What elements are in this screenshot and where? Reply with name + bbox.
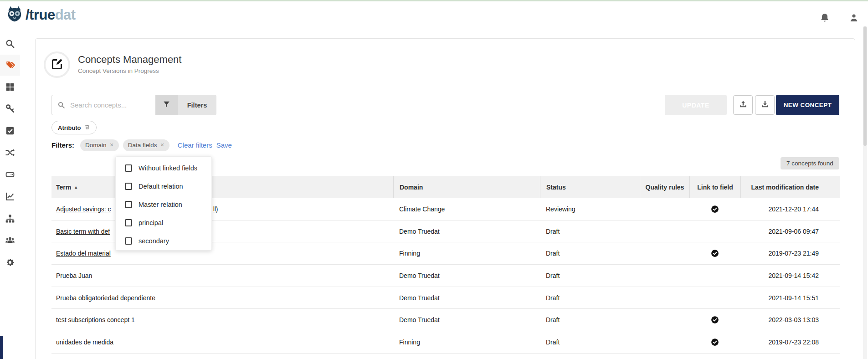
check-square-icon xyxy=(5,126,15,136)
checkbox[interactable] xyxy=(125,183,132,190)
link-to-field-cell xyxy=(689,242,740,264)
dropdown-option-principal[interactable]: principal xyxy=(116,214,211,232)
sidebar-item-gear[interactable] xyxy=(0,252,20,273)
quality-rules-cell xyxy=(640,221,689,242)
sidebar-item-check-square[interactable] xyxy=(0,120,20,141)
search-filter-bar: Filters xyxy=(51,95,216,115)
column-header-status[interactable]: Status xyxy=(540,176,640,198)
checkbox[interactable] xyxy=(125,201,132,208)
tags-icon xyxy=(5,60,15,70)
sidebar-item-grid[interactable] xyxy=(0,77,20,97)
dropdown-option-label: principal xyxy=(139,219,163,226)
template-filter-chip[interactable]: Atributo xyxy=(51,121,97,134)
link-to-field-cell xyxy=(689,265,740,287)
filter-chip-domain[interactable]: Domain ✕ xyxy=(80,139,119,151)
check-circle-icon xyxy=(711,205,719,213)
save-filters-link[interactable]: Save xyxy=(216,141,232,149)
chart-line-icon xyxy=(5,191,15,201)
quality-rules-cell xyxy=(640,331,689,353)
notifications-bell-icon[interactable] xyxy=(819,12,830,23)
sidebar-item-chart[interactable] xyxy=(0,186,20,207)
status-cell: Draft xyxy=(540,287,640,309)
dropdown-option-default-relation[interactable]: Default relation xyxy=(116,177,211,195)
download-button[interactable] xyxy=(755,95,775,115)
column-header-term[interactable]: Term ▲ xyxy=(51,176,393,198)
table-row[interactable]: Prueba obligatoriedad dependienteDemo Tr… xyxy=(51,287,840,309)
user-profile-icon[interactable] xyxy=(848,12,859,23)
clear-filters-link[interactable]: Clear filters xyxy=(178,141,212,149)
trash-icon[interactable] xyxy=(84,123,90,132)
dropdown-option-label: Default relation xyxy=(139,183,183,190)
logo-text-primary: /true xyxy=(26,7,55,23)
status-cell: Draft xyxy=(540,242,640,264)
search-input[interactable] xyxy=(51,95,155,115)
checkbox[interactable] xyxy=(125,237,132,245)
dropdown-option-secondary[interactable]: secondary xyxy=(116,232,211,250)
check-circle-icon xyxy=(711,338,719,346)
gear-icon xyxy=(5,257,15,267)
link-to-field-cell xyxy=(689,309,740,331)
sidebar-item-tags[interactable] xyxy=(0,55,20,76)
column-header-domain[interactable]: Domain xyxy=(393,176,540,198)
table-row[interactable]: test subscriptions concept 1Demo Truedat… xyxy=(51,309,840,331)
last-modification-date-cell: 2022-03-03 13:03 xyxy=(740,309,840,331)
last-modification-date-cell: 2019-07-23 22:08 xyxy=(740,331,840,353)
term-text: Adjusted savings: c xyxy=(56,205,111,213)
sidebar-item-key[interactable] xyxy=(0,98,20,119)
dropdown-option-without-linked-fields[interactable]: Without linked fields xyxy=(116,159,211,177)
table-row[interactable]: unidades de medidaFinningDraft2019-07-23… xyxy=(51,331,840,354)
quality-rules-cell xyxy=(640,265,689,287)
template-filter-chip-label: Atributo xyxy=(58,124,81,131)
term-cell: Adjusted savings: cll) xyxy=(51,198,393,220)
scrollbar-thumb[interactable] xyxy=(863,26,867,146)
term-text: unidades de medida xyxy=(56,338,113,346)
close-x-icon[interactable]: ✕ xyxy=(160,142,164,148)
app: /truedat Concepts Management Concept Ver… xyxy=(0,0,868,359)
last-modification-date-cell: 2019-07-23 21:49 xyxy=(740,242,840,264)
filter-funnel-button[interactable] xyxy=(155,95,178,115)
column-header-quality-rules[interactable]: Quality rules xyxy=(640,176,689,198)
domain-cell: Demo Truedat xyxy=(393,221,540,242)
column-header-link-to-field[interactable]: Link to field xyxy=(689,176,740,198)
topbar: /truedat xyxy=(0,1,868,26)
table-row[interactable]: Prueba JuanDemo TruedatDraft2021-09-14 1… xyxy=(51,265,840,287)
update-button[interactable]: UPDATE xyxy=(665,95,727,115)
filters-button[interactable]: Filters xyxy=(178,95,216,115)
download-tray-icon xyxy=(760,100,770,111)
checkbox[interactable] xyxy=(125,164,132,172)
term-text: Basic term with def xyxy=(56,228,110,235)
status-cell: Draft xyxy=(540,265,640,287)
sidebar-item-shuffle[interactable] xyxy=(0,142,20,163)
edit-pencil-square-icon xyxy=(51,58,63,72)
sidebar-item-users[interactable] xyxy=(0,230,20,251)
status-cell: Reviewing xyxy=(540,198,640,220)
term-cell: Basic term with def xyxy=(51,221,393,242)
shuffle-icon xyxy=(5,148,15,158)
filter-chip-data-fields[interactable]: Data fields ✕ xyxy=(123,139,169,151)
sidebar-item-sitemap[interactable] xyxy=(0,208,20,229)
check-circle-icon xyxy=(711,316,719,324)
term-cell: unidades de medida xyxy=(51,331,393,353)
sidebar-item-search[interactable] xyxy=(0,33,20,54)
checkbox[interactable] xyxy=(125,219,132,226)
new-concept-button[interactable]: NEW CONCEPT xyxy=(776,95,839,115)
filters-row-label: Filters: xyxy=(51,141,74,149)
upload-button[interactable] xyxy=(733,95,753,115)
grid-icon xyxy=(5,82,15,92)
filters-button-label: Filters xyxy=(187,102,207,109)
truedat-logo[interactable]: /truedat xyxy=(5,5,76,25)
sidebar-item-drive[interactable] xyxy=(0,164,20,185)
data-fields-filter-dropdown: Without linked fields Default relation M… xyxy=(115,156,212,251)
last-modification-date-cell: 2021-09-14 15:42 xyxy=(740,265,840,287)
logo-text: /truedat xyxy=(26,7,76,23)
term-cell: test subscriptions concept 1 xyxy=(51,309,393,331)
domain-cell: Demo Truedat xyxy=(393,265,540,287)
quality-rules-cell xyxy=(640,309,689,331)
upload-tray-icon xyxy=(739,100,748,111)
column-header-last-modification-date[interactable]: Last modification date xyxy=(740,176,840,198)
close-x-icon[interactable]: ✕ xyxy=(110,142,114,148)
results-count-badge: 7 concepts found xyxy=(781,157,839,169)
key-icon xyxy=(5,103,15,113)
dropdown-option-master-relation[interactable]: Master relation xyxy=(116,195,211,214)
domain-cell: Climate Change xyxy=(393,198,540,220)
